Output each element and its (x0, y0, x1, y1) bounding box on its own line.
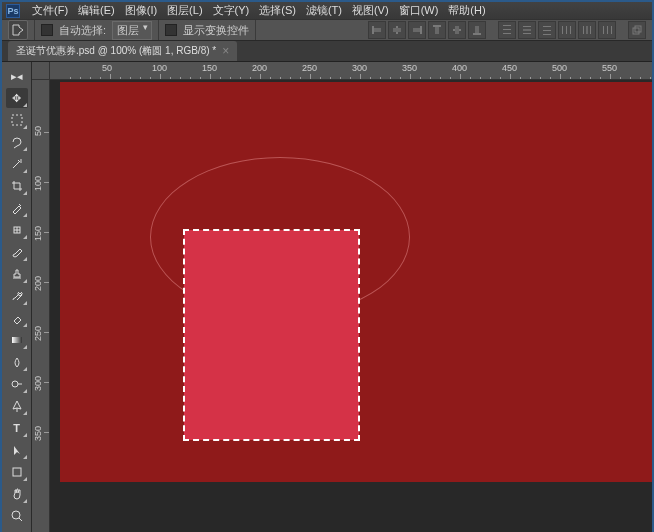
menu-type[interactable]: 文字(Y) (209, 2, 254, 19)
menu-file[interactable]: 文件(F) (28, 2, 72, 19)
autoselect-target-dropdown[interactable]: 图层 (112, 21, 152, 40)
svg-rect-25 (586, 26, 588, 34)
align-vcenter-icon[interactable] (448, 21, 466, 39)
tool-collapse-icon[interactable]: ▸◂ (6, 66, 28, 86)
align-bottom-icon[interactable] (468, 21, 486, 39)
svg-rect-24 (583, 26, 584, 34)
horizontal-ruler[interactable]: 50100150200250300350400450500550600 (50, 62, 652, 80)
menu-help[interactable]: 帮助(H) (444, 2, 489, 19)
svg-rect-6 (433, 25, 441, 27)
shape-tool-icon[interactable] (6, 462, 28, 482)
hand-tool-icon[interactable] (6, 484, 28, 504)
crop-tool-icon[interactable] (6, 176, 28, 196)
svg-rect-10 (473, 33, 481, 35)
distribute-left-icon[interactable] (558, 21, 576, 39)
titlebar: Ps 文件(F) 编辑(E) 图像(I) 图层(L) 文字(Y) 选择(S) 滤… (2, 2, 652, 19)
svg-rect-12 (503, 25, 511, 26)
pen-tool-icon[interactable] (6, 396, 28, 416)
align-group (368, 21, 646, 39)
move-tool-icon[interactable]: ✥ (6, 88, 28, 108)
svg-point-37 (12, 511, 20, 519)
lasso-tool-icon[interactable] (6, 132, 28, 152)
svg-rect-5 (413, 28, 420, 32)
distribute-vcenter-icon[interactable] (518, 21, 536, 39)
svg-rect-18 (543, 26, 551, 27)
stamp-tool-icon[interactable] (6, 264, 28, 284)
menu-filter[interactable]: 滤镜(T) (302, 2, 346, 19)
show-transform-label: 显示变换控件 (183, 23, 249, 38)
rect-shape[interactable] (184, 230, 359, 440)
marquee-tool-icon[interactable] (6, 110, 28, 130)
document-tab-title: 圣诞节优惠券.psd @ 100% (椭圆 1, RGB/8) * (16, 44, 216, 58)
svg-rect-0 (372, 26, 374, 34)
document-tabstrip: 圣诞节优惠券.psd @ 100% (椭圆 1, RGB/8) * × (2, 41, 652, 62)
svg-rect-27 (603, 26, 604, 34)
type-tool-icon[interactable]: T (6, 418, 28, 438)
menu-select[interactable]: 选择(S) (255, 2, 300, 19)
svg-rect-4 (420, 26, 422, 34)
svg-rect-20 (543, 34, 551, 35)
path-select-tool-icon[interactable] (6, 440, 28, 460)
menu-edit[interactable]: 编辑(E) (74, 2, 119, 19)
svg-rect-11 (475, 26, 479, 33)
menu-image[interactable]: 图像(I) (121, 2, 161, 19)
svg-rect-17 (523, 33, 531, 34)
align-top-icon[interactable] (428, 21, 446, 39)
eraser-tool-icon[interactable] (6, 308, 28, 328)
distribute-top-icon[interactable] (498, 21, 516, 39)
autoselect-checkbox[interactable] (41, 24, 53, 36)
healing-tool-icon[interactable] (6, 220, 28, 240)
tools-panel: ▸◂ ✥ T (2, 62, 32, 532)
svg-rect-26 (590, 26, 591, 34)
svg-point-35 (12, 381, 18, 387)
svg-rect-22 (566, 26, 567, 34)
align-hcenter-icon[interactable] (388, 21, 406, 39)
ruler-origin[interactable] (32, 62, 50, 80)
svg-rect-28 (607, 26, 608, 34)
tool-preset-icon[interactable] (8, 20, 28, 40)
menu-window[interactable]: 窗口(W) (395, 2, 443, 19)
distribute-bottom-icon[interactable] (538, 21, 556, 39)
svg-rect-32 (12, 115, 22, 125)
autoselect-label: 自动选择: (59, 23, 106, 38)
document-surface[interactable] (60, 82, 652, 482)
svg-rect-3 (393, 28, 401, 32)
svg-rect-15 (523, 26, 531, 27)
menubar: 文件(F) 编辑(E) 图像(I) 图层(L) 文字(Y) 选择(S) 滤镜(T… (28, 2, 490, 19)
history-brush-tool-icon[interactable] (6, 286, 28, 306)
document-tab[interactable]: 圣诞节优惠券.psd @ 100% (椭圆 1, RGB/8) * × (8, 41, 237, 61)
svg-rect-19 (543, 30, 551, 31)
app-logo: Ps (6, 4, 20, 18)
zoom-tool-icon[interactable] (6, 506, 28, 526)
gradient-tool-icon[interactable] (6, 330, 28, 350)
svg-rect-14 (503, 33, 511, 34)
svg-rect-21 (562, 26, 563, 34)
wand-tool-icon[interactable] (6, 154, 28, 174)
svg-rect-31 (635, 26, 641, 32)
dodge-tool-icon[interactable] (6, 374, 28, 394)
show-transform-checkbox[interactable] (165, 24, 177, 36)
distribute-hcenter-icon[interactable] (578, 21, 596, 39)
canvas[interactable] (50, 80, 652, 532)
svg-rect-30 (633, 28, 639, 34)
svg-rect-34 (12, 337, 22, 343)
align-right-icon[interactable] (408, 21, 426, 39)
svg-rect-36 (13, 468, 21, 476)
canvas-area: 50100150200250300350400450500550600 5010… (32, 62, 652, 532)
blur-tool-icon[interactable] (6, 352, 28, 372)
distribute-right-icon[interactable] (598, 21, 616, 39)
menu-view[interactable]: 视图(V) (348, 2, 393, 19)
svg-rect-13 (503, 29, 511, 30)
eyedropper-tool-icon[interactable] (6, 198, 28, 218)
close-icon[interactable]: × (222, 44, 229, 58)
vertical-ruler[interactable]: 50100150200250300350 (32, 80, 50, 532)
svg-rect-23 (570, 26, 571, 34)
options-bar: 自动选择: 图层 显示变换控件 (2, 19, 652, 41)
align-left-icon[interactable] (368, 21, 386, 39)
svg-rect-7 (435, 27, 439, 34)
brush-tool-icon[interactable] (6, 242, 28, 262)
menu-layer[interactable]: 图层(L) (163, 2, 206, 19)
svg-rect-1 (374, 28, 381, 32)
svg-rect-29 (611, 26, 612, 34)
3d-mode-icon[interactable] (628, 21, 646, 39)
